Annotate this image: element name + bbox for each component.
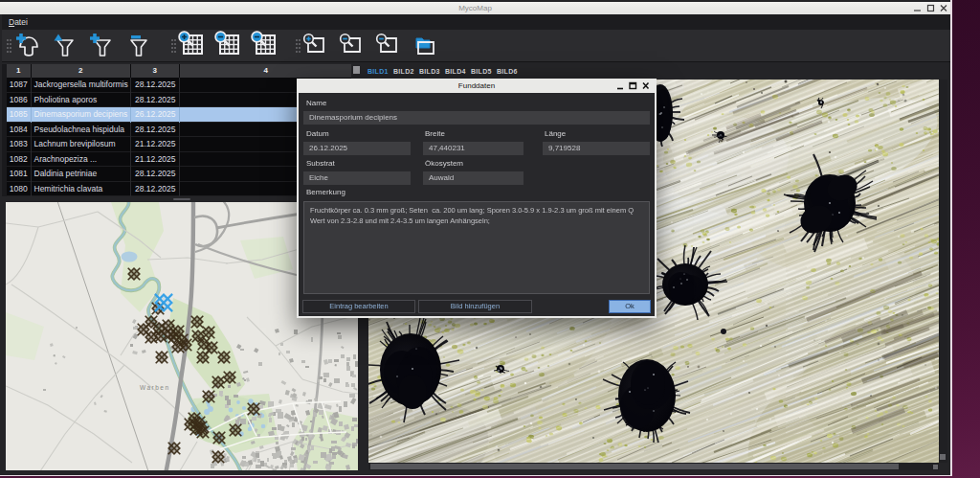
svg-text:Warben: Warben — [140, 384, 170, 391]
